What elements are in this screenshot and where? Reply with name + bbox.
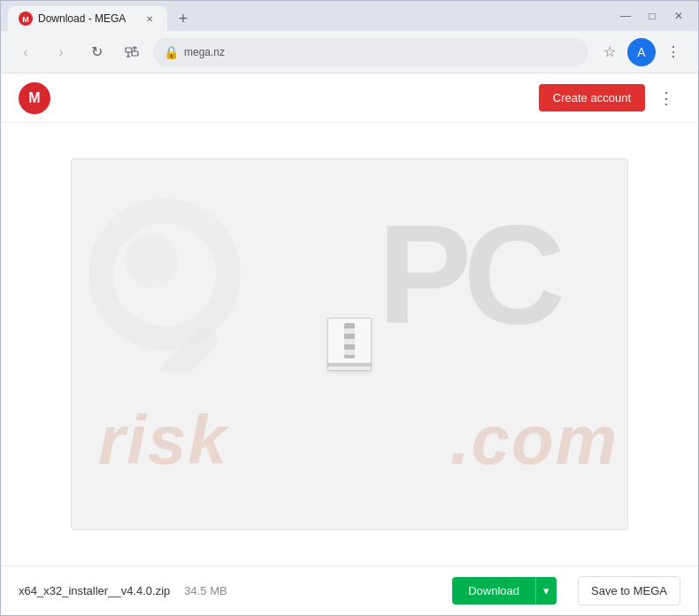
download-button-group: Download ▾ xyxy=(452,577,557,604)
forward-button: › xyxy=(47,38,75,66)
mega-logo[interactable]: M xyxy=(19,82,50,114)
navigation-bar: ‹ › ↻ 🔒 mega.nz ☆ xyxy=(1,31,698,73)
tab-favicon-icon: M xyxy=(19,12,33,26)
close-button[interactable]: ✕ xyxy=(666,4,691,28)
svg-text:M: M xyxy=(22,15,29,24)
translate-icon xyxy=(124,44,140,60)
title-bar: M Download - MEGA ✕ + — □ ✕ xyxy=(1,1,698,31)
new-tab-button[interactable]: + xyxy=(171,6,196,31)
mega-header: M Create account ⋮ xyxy=(1,73,698,123)
tab-title: Download - MEGA xyxy=(38,12,137,25)
download-button[interactable]: Download xyxy=(452,577,535,604)
magnifier-watermark xyxy=(89,195,249,372)
active-tab[interactable]: M Download - MEGA ✕ xyxy=(8,6,167,31)
address-security-icon: 🔒 xyxy=(164,45,179,59)
svg-rect-9 xyxy=(157,323,222,372)
more-button[interactable]: ⋮ xyxy=(659,38,687,66)
com-watermark-text: .com xyxy=(450,400,618,481)
tab-close-button[interactable]: ✕ xyxy=(142,12,157,26)
translate-button[interactable] xyxy=(118,38,146,66)
address-text: mega.nz xyxy=(184,46,578,58)
bookmark-button[interactable]: ☆ xyxy=(595,38,624,66)
file-size: 34.5 MB xyxy=(184,584,227,597)
bottom-bar: x64_x32_installer__v4.4.0.zip 34.5 MB Do… xyxy=(1,566,698,615)
profile-button[interactable]: A xyxy=(627,38,656,66)
svg-rect-3 xyxy=(132,51,138,56)
create-account-button[interactable]: Create account xyxy=(539,84,645,112)
svg-point-8 xyxy=(101,211,228,338)
page-content: M Create account ⋮ PC risk xyxy=(1,73,698,615)
save-to-mega-button[interactable]: Save to MEGA xyxy=(578,576,680,605)
tab-bar: M Download - MEGA ✕ + xyxy=(8,1,613,31)
svg-point-10 xyxy=(125,235,178,288)
svg-rect-2 xyxy=(126,48,132,52)
preview-box: PC risk .com xyxy=(71,158,628,530)
reload-button[interactable]: ↻ xyxy=(82,38,111,66)
mega-more-icon[interactable]: ⋮ xyxy=(652,84,680,112)
pc-watermark-text: PC xyxy=(378,204,557,345)
minimize-button[interactable]: — xyxy=(613,4,638,28)
download-dropdown-button[interactable]: ▾ xyxy=(535,577,557,604)
browser-window: M Download - MEGA ✕ + — □ ✕ ‹ › ↻ xyxy=(0,0,699,616)
file-name: x64_x32_installer__v4.4.0.zip xyxy=(19,584,170,597)
download-area: PC risk .com xyxy=(1,123,698,566)
risk-watermark-text: risk xyxy=(98,400,228,481)
back-button: ‹ xyxy=(12,38,40,66)
window-controls: — □ ✕ xyxy=(613,4,691,28)
nav-right-icons: ☆ A ⋮ xyxy=(595,38,687,66)
maximize-button[interactable]: □ xyxy=(640,4,664,28)
zip-file-icon xyxy=(327,318,372,371)
address-bar[interactable]: 🔒 mega.nz xyxy=(153,38,588,66)
